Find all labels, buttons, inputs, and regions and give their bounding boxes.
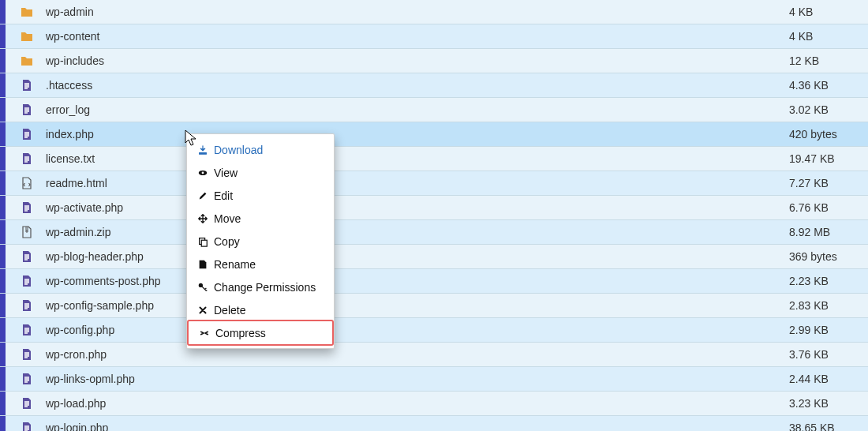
menu-item-delete[interactable]: Delete bbox=[187, 298, 334, 321]
folder-icon bbox=[21, 30, 36, 43]
menu-item-rename[interactable]: Rename bbox=[187, 253, 334, 275]
file-name[interactable]: readme.html bbox=[36, 177, 789, 189]
file-size: 8.92 MB bbox=[789, 226, 868, 238]
row-select-handle[interactable] bbox=[0, 416, 6, 431]
delete-icon bbox=[196, 305, 209, 316]
row-select-handle[interactable] bbox=[0, 318, 6, 342]
file-row[interactable]: wp-config.php2.99 KB bbox=[0, 318, 868, 343]
row-select-handle[interactable] bbox=[0, 98, 6, 122]
file-row[interactable]: wp-login.php38.65 KB bbox=[0, 416, 868, 431]
file-row[interactable]: wp-blog-header.php369 bytes bbox=[0, 245, 868, 269]
file-name[interactable]: wp-config.php bbox=[36, 324, 789, 336]
key-icon bbox=[196, 282, 209, 293]
file-row[interactable]: readme.html7.27 KB bbox=[0, 171, 868, 196]
file-size: 7.27 KB bbox=[789, 177, 868, 189]
menu-item-label: Move bbox=[209, 212, 241, 225]
file-size: 2.83 KB bbox=[789, 299, 868, 312]
menu-item-download[interactable]: Download bbox=[187, 138, 334, 161]
file-size: 4 KB bbox=[789, 6, 868, 18]
row-select-handle[interactable] bbox=[0, 269, 6, 293]
row-select-handle[interactable] bbox=[0, 49, 6, 73]
file-row[interactable]: wp-comments-post.php2.23 KB bbox=[0, 269, 868, 294]
file-row[interactable]: wp-content4 KB bbox=[0, 24, 868, 49]
menu-item-compress[interactable]: Compress bbox=[187, 320, 334, 346]
doc-icon bbox=[21, 103, 36, 116]
file-row[interactable]: wp-config-sample.php2.83 KB bbox=[0, 294, 868, 318]
doc-icon bbox=[21, 128, 36, 141]
file-row[interactable]: .htaccess4.36 KB bbox=[0, 73, 868, 98]
row-select-handle[interactable] bbox=[0, 294, 6, 317]
doc-icon bbox=[21, 397, 36, 410]
menu-item-move[interactable]: Move bbox=[187, 207, 334, 230]
file-row[interactable]: index.php420 bytes bbox=[0, 122, 868, 147]
menu-item-view[interactable]: View bbox=[187, 161, 334, 184]
html-icon bbox=[21, 177, 36, 189]
file-size: 4.36 KB bbox=[789, 79, 868, 92]
file-name[interactable]: index.php bbox=[36, 128, 789, 141]
file-name[interactable]: .htaccess bbox=[36, 79, 789, 92]
menu-item-label: View bbox=[209, 167, 238, 179]
file-name[interactable]: wp-cron.php bbox=[36, 348, 789, 361]
row-select-handle[interactable] bbox=[0, 24, 6, 48]
file-name[interactable]: wp-config-sample.php bbox=[36, 299, 789, 312]
file-name[interactable]: wp-activate.php bbox=[36, 201, 789, 214]
file-row[interactable]: wp-admin4 KB bbox=[0, 0, 868, 24]
file-list: wp-admin4 KBwp-content4 KBwp-includes12 … bbox=[0, 0, 868, 431]
file-name[interactable]: license.txt bbox=[36, 152, 789, 165]
row-select-handle[interactable] bbox=[0, 220, 6, 244]
menu-item-copy[interactable]: Copy bbox=[187, 230, 334, 253]
menu-item-change-permissions[interactable]: Change Permissions bbox=[187, 275, 334, 298]
file-row[interactable]: license.txt19.47 KB bbox=[0, 147, 868, 171]
file-row[interactable]: wp-admin.zip8.92 MB bbox=[0, 220, 868, 245]
menu-item-label: Change Permissions bbox=[209, 281, 316, 294]
pencil-icon bbox=[196, 190, 209, 201]
eye-icon bbox=[196, 167, 209, 178]
file-size: 2.23 KB bbox=[789, 275, 868, 287]
file-row[interactable]: error_log3.02 KB bbox=[0, 98, 868, 122]
file-name[interactable]: wp-admin bbox=[36, 6, 789, 18]
row-select-handle[interactable] bbox=[0, 343, 6, 366]
file-name[interactable]: wp-links-opml.php bbox=[36, 373, 789, 385]
file-row[interactable]: wp-cron.php3.76 KB bbox=[0, 343, 868, 367]
file-size: 369 bytes bbox=[789, 250, 868, 263]
file-size: 3.23 KB bbox=[789, 397, 868, 410]
doc-icon bbox=[21, 324, 36, 336]
file-name[interactable]: wp-admin.zip bbox=[36, 226, 789, 238]
row-select-handle[interactable] bbox=[0, 367, 6, 391]
file-name[interactable]: wp-blog-header.php bbox=[36, 250, 789, 263]
row-select-handle[interactable] bbox=[0, 73, 6, 97]
menu-item-edit[interactable]: Edit bbox=[187, 184, 334, 207]
file-size: 420 bytes bbox=[789, 128, 868, 141]
file-name[interactable]: wp-load.php bbox=[36, 397, 789, 410]
file-name[interactable]: error_log bbox=[36, 103, 789, 116]
file-row[interactable]: wp-activate.php6.76 KB bbox=[0, 196, 868, 220]
file-name[interactable]: wp-login.php bbox=[36, 422, 789, 431]
zip-icon bbox=[21, 226, 36, 238]
file-size: 12 KB bbox=[789, 54, 868, 67]
doc-icon bbox=[21, 422, 36, 431]
row-select-handle[interactable] bbox=[0, 171, 6, 195]
file-row[interactable]: wp-includes12 KB bbox=[0, 49, 868, 73]
file-size: 6.76 KB bbox=[789, 201, 868, 214]
file-name[interactable]: wp-comments-post.php bbox=[36, 275, 789, 287]
row-select-handle[interactable] bbox=[0, 196, 6, 219]
file-name[interactable]: wp-content bbox=[36, 30, 789, 43]
row-select-handle[interactable] bbox=[0, 392, 6, 415]
doc-icon bbox=[21, 348, 36, 361]
file-row[interactable]: wp-links-opml.php2.44 KB bbox=[0, 367, 868, 392]
file-name[interactable]: wp-includes bbox=[36, 54, 789, 67]
doc-icon bbox=[21, 299, 36, 312]
row-select-handle[interactable] bbox=[0, 147, 6, 171]
menu-item-label: Compress bbox=[211, 327, 266, 339]
file-size: 2.44 KB bbox=[789, 373, 868, 385]
menu-item-label: Edit bbox=[209, 189, 233, 202]
row-select-handle[interactable] bbox=[0, 0, 6, 24]
row-select-handle[interactable] bbox=[0, 245, 6, 268]
file-row[interactable]: wp-load.php3.23 KB bbox=[0, 392, 868, 416]
doc-icon bbox=[21, 250, 36, 263]
row-select-handle[interactable] bbox=[0, 122, 6, 146]
download-icon bbox=[196, 144, 209, 156]
file-size: 3.02 KB bbox=[789, 103, 868, 116]
move-icon bbox=[196, 213, 209, 224]
file-size: 3.76 KB bbox=[789, 348, 868, 361]
